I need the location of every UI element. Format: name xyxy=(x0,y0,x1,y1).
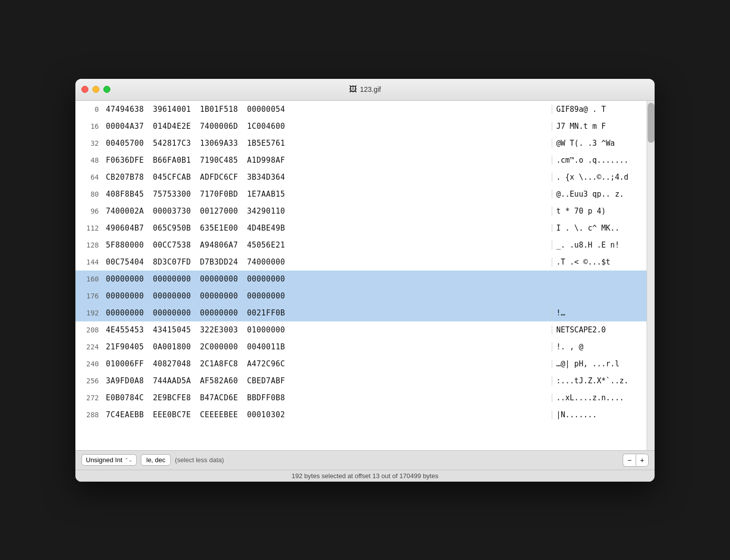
hex-group: 4D4BE49B xyxy=(247,224,285,233)
hex-group: 00000054 xyxy=(247,105,285,114)
titlebar-center: 🖼 123.gif xyxy=(349,85,381,94)
ascii-col: @W T(. .3 ^Wa xyxy=(552,139,647,148)
row-offset: 48 xyxy=(75,156,103,164)
window-title: 123.gif xyxy=(360,85,381,93)
maximize-button[interactable] xyxy=(103,86,110,93)
table-row[interactable]: 047494638396140011B01F51800000054GIF89a@… xyxy=(75,101,647,118)
hex-group: 4E455453 xyxy=(106,325,144,334)
hex-group: 00000000 xyxy=(247,291,285,300)
hex-group: 00003730 xyxy=(153,207,191,216)
hex-group: 00000000 xyxy=(153,308,191,317)
hex-group: 0040011B xyxy=(247,342,285,351)
hex-group: 7170F0BD xyxy=(200,190,238,199)
hex-group: 1E7AAB15 xyxy=(247,190,285,199)
hex-cols: 0000000000000000000000000021FF0B xyxy=(103,308,552,317)
table-row[interactable]: 64CB207B78045CFCABADFDC6CF3B34D364. {x \… xyxy=(75,169,647,186)
hex-group: 01000000 xyxy=(247,325,285,334)
hex-group: 322E3003 xyxy=(200,325,238,334)
table-row[interactable]: 2084E45545343415045322E300301000000NETSC… xyxy=(75,321,647,338)
table-row[interactable]: 112490604B7065C950B635E1E004D4BE49BI . \… xyxy=(75,220,647,237)
row-offset: 128 xyxy=(75,241,103,249)
hex-group: E0B0784C xyxy=(106,393,144,402)
hex-group: 00000000 xyxy=(200,308,238,317)
table-row[interactable]: 2887C4EAEBBEEE0BC7ECEEEEBEE00010302|N...… xyxy=(75,406,647,423)
table-row[interactable]: 967400002A000037300012700034290110t * 70… xyxy=(75,203,647,220)
hex-group: 0A001800 xyxy=(153,342,191,351)
hex-group: 00000000 xyxy=(153,275,191,283)
ascii-col: t * 70 p 4) xyxy=(552,207,647,216)
hex-main[interactable]: 047494638396140011B01F51800000054GIF89a@… xyxy=(75,101,647,450)
row-offset: 176 xyxy=(75,292,103,300)
stepper-plus-button[interactable]: + xyxy=(636,454,649,467)
scrollbar-track[interactable] xyxy=(647,101,655,450)
hex-group: 75753300 xyxy=(153,190,191,199)
stepper-minus-button[interactable]: − xyxy=(623,454,636,467)
hex-cols: 4E45545343415045322E300301000000 xyxy=(103,325,552,334)
ascii-col: .cm™.o .q....... xyxy=(552,156,647,165)
row-offset: 0 xyxy=(75,105,103,113)
table-row[interactable]: 16000000000000000000000000000000000 xyxy=(75,271,647,287)
hex-group: 2C1A8FC8 xyxy=(200,359,238,368)
hex-group: CBED7ABF xyxy=(247,376,285,385)
table-row[interactable]: 80408F8B45757533007170F0BD1E7AAB15@..Euu… xyxy=(75,186,647,203)
row-offset: 160 xyxy=(75,275,103,283)
hex-group: D7B3DD24 xyxy=(200,258,238,267)
ascii-col: .T .< ©...$t xyxy=(552,258,647,267)
selection-info: 192 bytes selected at offset 13 out of 1… xyxy=(292,472,438,480)
hex-group: 3B34D364 xyxy=(247,173,285,182)
row-offset: 16 xyxy=(75,122,103,130)
hex-group: 40827048 xyxy=(153,359,191,368)
hex-group: 1C004600 xyxy=(247,122,285,131)
table-row[interactable]: 48F0636DFEB66FA0B17190C485A1D998AF.cm™.o… xyxy=(75,152,647,169)
ascii-col: !… xyxy=(552,308,647,317)
hex-cols: 00000000000000000000000000000000 xyxy=(103,275,552,283)
format-button[interactable]: le, dec xyxy=(141,454,171,466)
ascii-col: . {x \...©..;4.d xyxy=(552,173,647,182)
ascii-col: ..xL....z.n.... xyxy=(552,393,647,402)
hex-group: 00405700 xyxy=(106,139,144,148)
table-row[interactable]: 2563A9FD0A8744AAD5AAF582A60CBED7ABF:...t… xyxy=(75,372,647,389)
hex-group: AF582A60 xyxy=(200,376,238,385)
hex-group: 8D3C07FD xyxy=(153,258,191,267)
close-button[interactable] xyxy=(81,86,88,93)
hex-cols: CB207B78045CFCABADFDC6CF3B34D364 xyxy=(103,173,552,182)
table-row[interactable]: 14400C754048D3C07FDD7B3DD2474000000.T .<… xyxy=(75,254,647,271)
table-row[interactable]: 1285F88000000CC7538A94806A745056E21_. .u… xyxy=(75,237,647,254)
hex-group: 21F90405 xyxy=(106,342,144,351)
hex-group: CEEEEBEE xyxy=(200,410,238,419)
hex-cols: 010006FF408270482C1A8FC8A472C96C xyxy=(103,359,552,368)
table-row[interactable]: 272E0B0784C2E9BCFE8B47ACD6EBBDFF0B8..xL.… xyxy=(75,389,647,406)
minimize-button[interactable] xyxy=(92,86,99,93)
status-info: 192 bytes selected at offset 13 out of 1… xyxy=(75,470,655,482)
hex-group: 00000000 xyxy=(153,291,191,300)
hex-cols: 21F904050A0018002C0000000040011B xyxy=(103,342,552,351)
table-row[interactable]: 1600004A37014D4E2E7400006D1C004600 J7 MN… xyxy=(75,118,647,135)
type-dropdown-label: Unsigned Int xyxy=(86,456,122,464)
table-row[interactable]: 240010006FF408270482C1A8FC8A472C96C…@| p… xyxy=(75,355,647,372)
table-row[interactable]: 1920000000000000000000000000021FF0B !… xyxy=(75,304,647,321)
type-dropdown[interactable]: Unsigned Int ⌃⌄ xyxy=(81,454,137,466)
dropdown-arrow-icon: ⌃⌄ xyxy=(124,457,132,463)
hex-group: BBDFF0B8 xyxy=(247,393,285,402)
hex-group: ADFDC6CF xyxy=(200,173,238,182)
hex-group: 045CFCAB xyxy=(153,173,191,182)
hex-group: 1B5E5761 xyxy=(247,139,285,148)
hex-group: 490604B7 xyxy=(106,224,144,233)
hex-group: F0636DFE xyxy=(106,156,144,165)
hex-group: 00000000 xyxy=(106,291,144,300)
ascii-col: …@| pH, ...r.l xyxy=(552,359,647,368)
plus-icon: + xyxy=(640,456,644,464)
hex-group: EEE0BC7E xyxy=(153,410,191,419)
hex-group: 5F880000 xyxy=(106,241,144,250)
hex-group: 00000000 xyxy=(106,275,144,283)
hex-group: 010006FF xyxy=(106,359,144,368)
hex-group: 00004A37 xyxy=(106,122,144,131)
table-row[interactable]: 22421F904050A0018002C0000000040011B!. , … xyxy=(75,338,647,355)
table-row[interactable]: 17600000000000000000000000000000000 xyxy=(75,287,647,304)
scrollbar-thumb[interactable] xyxy=(648,103,655,143)
hex-group: 39614001 xyxy=(153,105,191,114)
hex-group: 00CC7538 xyxy=(153,241,191,250)
table-row[interactable]: 3200405700542817C313069A331B5E5761@W T(.… xyxy=(75,135,647,152)
ascii-col: :...tJ.Z.X*`..z. xyxy=(552,376,647,385)
hex-group: 00000000 xyxy=(247,275,285,283)
